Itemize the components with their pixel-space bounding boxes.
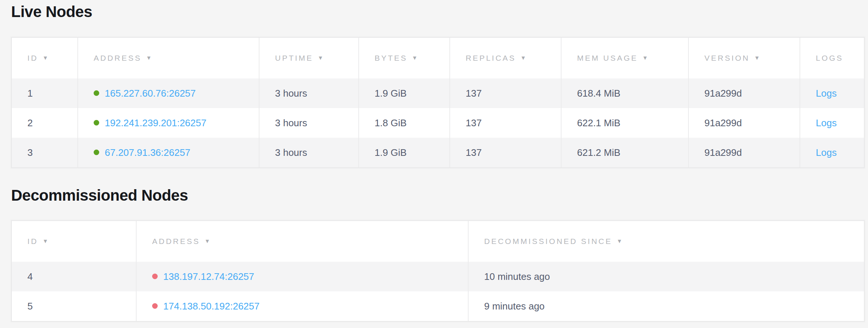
- node-replicas-cell: 137: [449, 108, 561, 138]
- sort-arrow-icon: ▾: [44, 54, 47, 62]
- live-col-header-address[interactable]: ADDRESS▾: [77, 38, 259, 78]
- decommissioned-nodes-table: ID▾ ADDRESS▾ DECOMMISSIONED SINCE▾ 4 138…: [11, 220, 865, 322]
- live-col-header-replicas-label: REPLICAS: [466, 54, 516, 62]
- live-node-row-2: 2 192.241.239.201:26257 3 hours 1.8 GiB …: [12, 108, 864, 138]
- node-logs-cell: Logs: [800, 108, 864, 138]
- node-replicas-cell: 137: [449, 138, 561, 167]
- live-col-header-id[interactable]: ID▾: [12, 38, 77, 78]
- live-col-header-address-label: ADDRESS: [94, 54, 142, 62]
- live-col-header-bytes[interactable]: BYTES▾: [358, 38, 449, 78]
- decommissioned-nodes-header-row: ID▾ ADDRESS▾ DECOMMISSIONED SINCE▾: [12, 221, 864, 262]
- node-id-cell: 4: [12, 262, 136, 291]
- node-address-link[interactable]: 174.138.50.192:26257: [163, 301, 259, 312]
- decommissioned-status-dot-icon: [152, 274, 158, 279]
- node-version-cell: 91a299d: [688, 78, 800, 108]
- sort-arrow-icon: ▾: [643, 54, 647, 62]
- live-nodes-title: Live Nodes: [11, 4, 863, 20]
- node-address-link[interactable]: 67.207.91.36:26257: [105, 147, 190, 158]
- sort-arrow-icon: ▾: [206, 237, 209, 245]
- live-node-row-3: 3 67.207.91.36:26257 3 hours 1.9 GiB 137…: [12, 138, 864, 167]
- sort-arrow-icon: ▾: [147, 54, 151, 62]
- live-status-dot-icon: [94, 150, 99, 155]
- decomm-col-header-address-label: ADDRESS: [152, 237, 200, 245]
- node-decommissioned-since-cell: 9 minutes ago: [468, 291, 864, 321]
- node-version-cell: 91a299d: [688, 138, 800, 167]
- decommissioned-nodes-title: Decommissioned Nodes: [11, 187, 863, 204]
- sort-arrow-icon: ▾: [755, 54, 759, 62]
- sort-arrow-icon: ▾: [44, 237, 47, 245]
- sort-arrow-icon: ▾: [618, 237, 621, 245]
- node-logs-cell: Logs: [800, 138, 864, 167]
- sort-arrow-icon: ▾: [413, 54, 416, 62]
- node-logs-cell: Logs: [800, 78, 864, 108]
- live-status-dot-icon: [94, 120, 99, 125]
- live-col-header-replicas[interactable]: REPLICAS▾: [449, 38, 561, 78]
- node-address-cell: 138.197.12.74:26257: [136, 262, 468, 291]
- node-logs-link[interactable]: Logs: [816, 147, 837, 158]
- sort-arrow-icon: ▾: [522, 54, 525, 62]
- node-list-page: Live Nodes ID▾ ADDRESS▾ UPTIME▾ BYTES▾ R…: [0, 0, 868, 322]
- decomm-col-header-since[interactable]: DECOMMISSIONED SINCE▾: [468, 221, 864, 262]
- node-address-cell: 165.227.60.76:26257: [77, 78, 259, 108]
- live-col-header-mem-usage[interactable]: MEM USAGE▾: [561, 38, 688, 78]
- node-mem-usage-cell: 621.2 MiB: [561, 138, 688, 167]
- live-nodes-table: ID▾ ADDRESS▾ UPTIME▾ BYTES▾ REPLICAS▾ ME…: [11, 37, 865, 168]
- node-address-cell: 67.207.91.36:26257: [77, 138, 259, 167]
- node-mem-usage-cell: 622.1 MiB: [561, 108, 688, 138]
- node-logs-link[interactable]: Logs: [816, 88, 837, 99]
- decommissioned-status-dot-icon: [152, 303, 158, 309]
- decommissioned-node-row-4: 4 138.197.12.74:26257 10 minutes ago: [12, 262, 864, 291]
- decomm-col-header-id[interactable]: ID▾: [12, 221, 136, 262]
- live-col-header-logs: LOGS: [800, 38, 864, 78]
- node-id-cell: 2: [12, 108, 77, 138]
- live-col-header-id-label: ID: [27, 54, 38, 62]
- decomm-col-header-since-label: DECOMMISSIONED SINCE: [484, 237, 612, 245]
- node-bytes-cell: 1.8 GiB: [358, 108, 449, 138]
- node-logs-link[interactable]: Logs: [816, 117, 837, 128]
- live-col-header-mem-usage-label: MEM USAGE: [577, 54, 638, 62]
- node-bytes-cell: 1.9 GiB: [358, 138, 449, 167]
- live-node-row-1: 1 165.227.60.76:26257 3 hours 1.9 GiB 13…: [12, 78, 864, 108]
- live-status-dot-icon: [94, 90, 99, 96]
- live-col-header-uptime-label: UPTIME: [275, 54, 313, 62]
- live-col-header-uptime[interactable]: UPTIME▾: [259, 38, 358, 78]
- live-col-header-version[interactable]: VERSION▾: [688, 38, 800, 78]
- node-id-cell: 5: [12, 291, 136, 321]
- node-bytes-cell: 1.9 GiB: [358, 78, 449, 108]
- node-mem-usage-cell: 618.4 MiB: [561, 78, 688, 108]
- node-address-cell: 174.138.50.192:26257: [136, 291, 468, 321]
- node-id-cell: 3: [12, 138, 77, 167]
- node-address-link[interactable]: 192.241.239.201:26257: [105, 117, 207, 128]
- live-col-header-logs-label: LOGS: [816, 54, 843, 62]
- node-address-cell: 192.241.239.201:26257: [77, 108, 259, 138]
- live-nodes-header-row: ID▾ ADDRESS▾ UPTIME▾ BYTES▾ REPLICAS▾ ME…: [12, 38, 864, 78]
- decomm-col-header-id-label: ID: [27, 237, 38, 245]
- live-col-header-version-label: VERSION: [704, 54, 750, 62]
- node-uptime-cell: 3 hours: [259, 108, 358, 138]
- node-version-cell: 91a299d: [688, 108, 800, 138]
- node-uptime-cell: 3 hours: [259, 78, 358, 108]
- decommissioned-node-row-5: 5 174.138.50.192:26257 9 minutes ago: [12, 291, 864, 321]
- node-replicas-cell: 137: [449, 78, 561, 108]
- node-uptime-cell: 3 hours: [259, 138, 358, 167]
- node-address-link[interactable]: 138.197.12.74:26257: [163, 271, 254, 282]
- live-col-header-bytes-label: BYTES: [375, 54, 408, 62]
- sort-arrow-icon: ▾: [319, 54, 322, 62]
- node-address-link[interactable]: 165.227.60.76:26257: [105, 88, 196, 99]
- node-id-cell: 1: [12, 78, 77, 108]
- node-decommissioned-since-cell: 10 minutes ago: [468, 262, 864, 291]
- decomm-col-header-address[interactable]: ADDRESS▾: [136, 221, 468, 262]
